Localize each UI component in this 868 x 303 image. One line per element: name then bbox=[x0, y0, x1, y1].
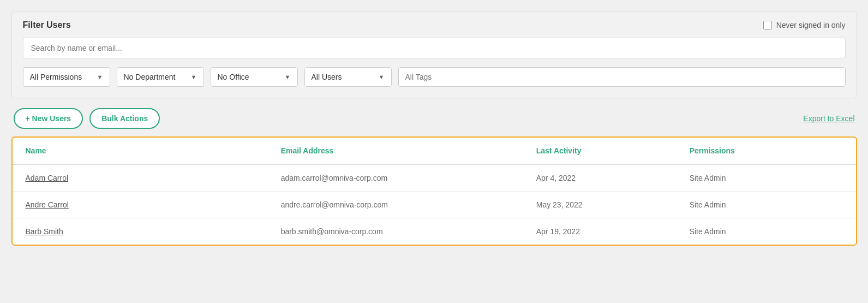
chevron-down-icon: ▼ bbox=[379, 74, 385, 80]
permissions-label: All Permissions bbox=[30, 73, 82, 81]
table-header: Name Email Address Last Activity Permiss… bbox=[13, 138, 856, 165]
filter-title: Filter Users bbox=[23, 20, 71, 30]
bulk-actions-button[interactable]: Bulk Actions bbox=[89, 108, 160, 129]
col-email: Email Address bbox=[281, 146, 536, 155]
bulk-actions-label: Bulk Actions bbox=[101, 114, 148, 123]
action-buttons: + New Users Bulk Actions bbox=[14, 108, 160, 129]
col-last-activity: Last Activity bbox=[536, 146, 690, 155]
search-input[interactable] bbox=[23, 38, 846, 58]
table-row: Adam Carrol adam.carrol@omniva-corp.com … bbox=[13, 165, 856, 192]
never-signed-checkbox[interactable] bbox=[763, 21, 772, 29]
department-label: No Department bbox=[124, 73, 176, 81]
page-wrapper: Filter Users Never signed in only All Pe… bbox=[11, 11, 857, 246]
user-permissions: Site Admin bbox=[690, 200, 843, 209]
chevron-down-icon: ▼ bbox=[285, 74, 291, 80]
new-users-label: + New Users bbox=[26, 114, 71, 123]
chevron-down-icon: ▼ bbox=[191, 74, 197, 80]
users-table: Name Email Address Last Activity Permiss… bbox=[11, 136, 857, 246]
user-permissions: Site Admin bbox=[690, 227, 843, 236]
user-email: adam.carrol@omniva-corp.com bbox=[281, 174, 536, 182]
chevron-down-icon: ▼ bbox=[97, 74, 103, 80]
filter-dropdowns: All Permissions ▼ No Department ▼ No Off… bbox=[23, 67, 846, 87]
table-row: Andre Carrol andre.carrol@omniva-corp.co… bbox=[13, 192, 856, 218]
tags-input[interactable] bbox=[398, 67, 846, 87]
col-permissions: Permissions bbox=[690, 146, 843, 155]
user-permissions: Site Admin bbox=[690, 174, 843, 182]
office-dropdown[interactable]: No Office ▼ bbox=[211, 67, 298, 87]
user-email: andre.carrol@omniva-corp.com bbox=[281, 200, 536, 209]
new-users-button[interactable]: + New Users bbox=[14, 108, 83, 129]
office-label: No Office bbox=[218, 73, 249, 81]
user-last-activity: May 23, 2022 bbox=[536, 200, 690, 209]
user-name-link[interactable]: Andre Carrol bbox=[26, 200, 281, 209]
user-last-activity: Apr 4, 2022 bbox=[536, 174, 690, 182]
department-dropdown[interactable]: No Department ▼ bbox=[117, 67, 204, 87]
col-name: Name bbox=[26, 146, 281, 155]
never-signed-label: Never signed in only bbox=[776, 21, 846, 29]
filter-panel: Filter Users Never signed in only All Pe… bbox=[11, 11, 857, 98]
user-last-activity: Apr 19, 2022 bbox=[536, 227, 690, 236]
export-to-excel-link[interactable]: Export to Excel bbox=[803, 114, 854, 123]
user-email: barb.smith@omniva-corp.com bbox=[281, 227, 536, 236]
never-signed-row: Never signed in only bbox=[763, 21, 846, 29]
filter-header: Filter Users Never signed in only bbox=[23, 20, 846, 30]
user-name-link[interactable]: Barb Smith bbox=[26, 227, 281, 236]
users-dropdown[interactable]: All Users ▼ bbox=[304, 67, 392, 87]
action-bar: + New Users Bulk Actions Export to Excel bbox=[11, 108, 857, 129]
table-row: Barb Smith barb.smith@omniva-corp.com Ap… bbox=[13, 218, 856, 245]
users-label: All Users bbox=[312, 73, 342, 81]
user-name-link[interactable]: Adam Carrol bbox=[26, 174, 281, 182]
permissions-dropdown[interactable]: All Permissions ▼ bbox=[23, 67, 110, 87]
